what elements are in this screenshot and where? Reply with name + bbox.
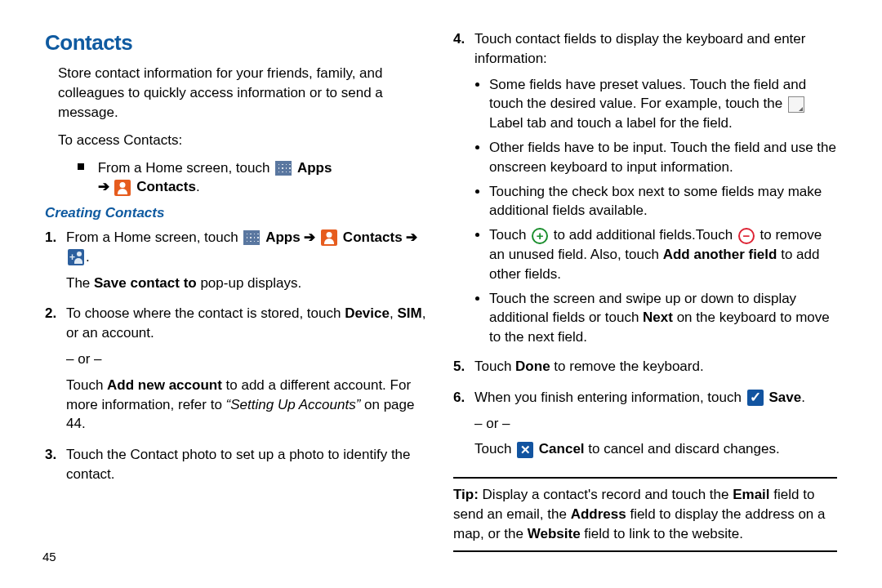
or-separator: – or – <box>66 350 429 369</box>
add-new-account-label: Add new account <box>107 377 222 393</box>
step-1: 1. From a Home screen, touch Apps ➔ Cont… <box>45 228 429 299</box>
arrow-icon: ➔ <box>98 179 109 194</box>
left-column: Contacts Store contact information for y… <box>33 24 441 572</box>
step4-bullet: Touch the screen and swipe up or down to… <box>489 289 837 347</box>
page-title: Contacts <box>45 28 429 57</box>
right-step-list: 4. Touch contact fields to display the k… <box>453 29 837 466</box>
step-6: 6. When you finish entering information,… <box>453 388 837 466</box>
apps-icon <box>275 161 292 176</box>
step-number: 1. <box>45 228 66 299</box>
step1-pre: From a Home screen, touch <box>66 229 242 245</box>
contacts-icon <box>321 229 337 246</box>
or-separator: – or – <box>474 414 837 434</box>
subheading: Creating Contacts <box>45 203 429 223</box>
save-icon <box>747 390 764 406</box>
contacts-icon <box>114 180 131 196</box>
minus-icon <box>738 228 755 244</box>
address-field-label: Address <box>571 506 626 522</box>
website-field-label: Website <box>528 526 581 541</box>
add-contact-icon <box>68 249 84 265</box>
access-pre: From a Home screen, touch <box>98 160 274 176</box>
access-label: To access Contacts: <box>58 131 429 150</box>
step-4: 4. Touch contact fields to display the k… <box>453 29 837 352</box>
sim-label: SIM <box>397 305 421 321</box>
done-label: Done <box>515 359 550 374</box>
intro-text: Store contact information for your frien… <box>58 64 429 122</box>
step-2: 2. To choose where the contact is stored… <box>45 304 429 440</box>
manual-page: Contacts Store contact information for y… <box>0 0 882 588</box>
step4-bullet: Other fields have to be input. Touch the… <box>489 138 837 177</box>
step-number: 3. <box>45 445 66 491</box>
step4-bullet: Touching the check box next to some fiel… <box>489 182 837 221</box>
step-5: 5. Touch Done to remove the keyboard. <box>453 357 837 383</box>
step2-line1a: To choose where the contact is stored, t… <box>66 305 345 321</box>
tip-box: Tip: Display a contact's record and touc… <box>453 477 837 551</box>
email-field-label: Email <box>733 487 769 502</box>
add-another-field-label: Add another field <box>663 247 777 262</box>
step-number: 2. <box>45 304 66 440</box>
next-label: Next <box>643 310 673 325</box>
page-number: 45 <box>42 548 56 565</box>
device-label: Device <box>345 305 390 321</box>
cancel-icon <box>517 442 533 458</box>
step-3: 3. Touch the Contact photo to set up a p… <box>45 445 429 491</box>
step4-bullet: Some fields have preset values. Touch th… <box>489 75 837 133</box>
save-label: Save <box>768 390 801 405</box>
step4-sublist: Some fields have preset values. Touch th… <box>474 75 837 347</box>
apps-label: Apps <box>297 160 332 176</box>
step4-lead: Touch contact fields to display the keyb… <box>474 29 837 69</box>
access-step: From a Home screen, touch Apps ➔ Contact… <box>78 158 429 198</box>
step4-bullet: Touch to add additional fields.Touch to … <box>489 225 837 283</box>
right-column: 4. Touch contact fields to display the k… <box>441 24 849 572</box>
bullet-icon <box>78 163 84 170</box>
setting-up-accounts-ref: “Setting Up Accounts” <box>226 397 361 412</box>
arrow-icon: ➔ <box>304 229 315 245</box>
step-number: 5. <box>453 357 474 383</box>
step-number: 4. <box>453 29 474 352</box>
period: . <box>196 179 200 194</box>
contacts-label: Contacts <box>136 179 196 194</box>
step3-text: Touch the Contact photo to set up a phot… <box>66 445 429 484</box>
label-tab-icon <box>788 96 804 113</box>
contacts-label: Contacts <box>343 229 403 245</box>
tip-label: Tip: <box>453 487 479 502</box>
step-number: 6. <box>453 388 474 466</box>
apps-icon <box>243 230 260 245</box>
apps-label: Apps <box>265 229 301 245</box>
left-step-list: 1. From a Home screen, touch Apps ➔ Cont… <box>45 228 429 491</box>
cancel-label: Cancel <box>539 441 585 457</box>
arrow-icon: ➔ <box>406 229 417 245</box>
plus-icon <box>532 228 548 244</box>
